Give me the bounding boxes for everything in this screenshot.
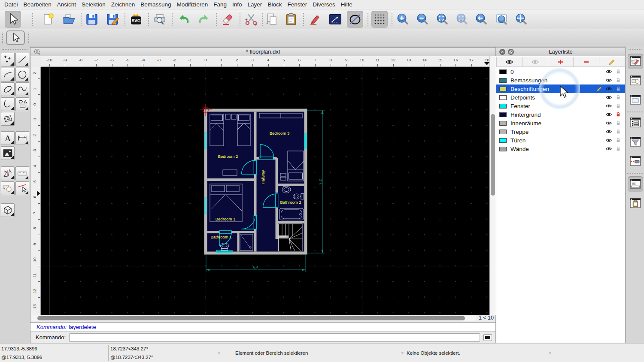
redo-button[interactable] xyxy=(196,11,212,28)
layer-lock-toggle[interactable] xyxy=(615,128,622,135)
menu-item-diverses[interactable]: Diverses xyxy=(313,1,335,8)
horizontal-scrollbar-thumb[interactable] xyxy=(37,316,465,320)
select-arrow-button[interactable] xyxy=(5,11,21,28)
menu-item-zeichnen[interactable]: Zeichnen xyxy=(111,1,135,8)
dock-layer-list-button[interactable] xyxy=(628,54,643,69)
layer-row-bemassungen[interactable]: Bemassungen xyxy=(496,76,625,84)
layer-lock-toggle[interactable] xyxy=(615,77,622,84)
paste-button[interactable] xyxy=(283,11,299,28)
zoom-window-button[interactable] xyxy=(493,11,510,28)
dock-clipboard-button[interactable] xyxy=(628,196,643,211)
undo-button[interactable] xyxy=(176,11,192,28)
draw-pencil-button[interactable] xyxy=(307,11,323,28)
zoom-pan-button[interactable] xyxy=(513,11,529,28)
layer-visibility-toggle[interactable] xyxy=(605,145,612,152)
layer-color-swatch[interactable] xyxy=(499,95,507,100)
hide-all-layers-button[interactable] xyxy=(522,57,548,67)
zoom-out-button[interactable] xyxy=(414,11,431,28)
command-input[interactable] xyxy=(69,333,480,342)
palette-drag-handle[interactable] xyxy=(2,49,27,50)
layer-row-0[interactable]: 0 xyxy=(496,67,625,76)
layer-color-swatch[interactable] xyxy=(499,138,507,143)
layer-visibility-toggle[interactable] xyxy=(605,94,612,101)
insert-image-button[interactable] xyxy=(1,146,15,160)
menu-item-ansicht[interactable]: Ansicht xyxy=(57,1,76,8)
menu-item-bemassung[interactable]: Bemassung xyxy=(140,1,171,8)
copy-button[interactable] xyxy=(264,11,280,28)
menu-item-bearbeiten[interactable]: Bearbeiten xyxy=(24,1,52,8)
layer-color-swatch[interactable] xyxy=(499,69,507,74)
vertical-scrollbar-thumb[interactable] xyxy=(491,114,495,196)
layer-color-swatch[interactable] xyxy=(499,78,507,83)
tool-measure-button[interactable] xyxy=(15,166,29,180)
modify-attributes-button[interactable] xyxy=(15,181,29,195)
menu-item-modifizieren[interactable]: Modifizieren xyxy=(177,1,208,8)
save-as-button[interactable] xyxy=(104,11,121,28)
draw-line-button[interactable] xyxy=(15,53,29,66)
save-button[interactable] xyxy=(84,11,100,28)
drawing-canvas[interactable]: Bedroom 2 Bedroom 3 Hallway Bedroom 1 Ba… xyxy=(41,67,489,315)
horizontal-scrollbar[interactable] xyxy=(31,315,476,321)
layer-row-hintergrund[interactable]: Hintergrund xyxy=(496,110,625,119)
draw-points-button[interactable] xyxy=(1,53,15,66)
menu-item-info[interactable]: Info xyxy=(232,1,242,8)
snap-grid-button[interactable] xyxy=(371,11,388,28)
open-file-button[interactable] xyxy=(61,11,77,28)
toolbar-drag-handle[interactable] xyxy=(28,33,30,43)
layer-row-defpoints[interactable]: Defpoints xyxy=(496,93,625,102)
remove-layer-button[interactable] xyxy=(574,57,599,67)
menu-item-selektion[interactable]: Selektion xyxy=(82,1,106,8)
layer-color-swatch[interactable] xyxy=(499,121,507,126)
layer-lock-toggle[interactable] xyxy=(615,103,622,109)
tool-misc-button[interactable] xyxy=(1,166,15,180)
draw-polyline-button[interactable] xyxy=(1,97,15,111)
layer-visibility-toggle[interactable] xyxy=(605,103,612,109)
menu-item-layer[interactable]: Layer xyxy=(248,1,262,8)
layer-row-türen[interactable]: Türen xyxy=(496,136,625,145)
menu-item-fang[interactable]: Fang xyxy=(213,1,227,8)
zoom-in-button[interactable] xyxy=(395,11,411,28)
layer-row-wände[interactable]: Wände xyxy=(496,145,625,153)
layer-lock-toggle[interactable] xyxy=(615,68,622,75)
ellipse-tool-button[interactable] xyxy=(347,11,363,28)
dock-library-button[interactable] xyxy=(628,92,643,108)
draw-hatch-button[interactable] xyxy=(1,112,15,126)
layer-lock-toggle[interactable] xyxy=(615,120,622,127)
layer-row-treppe[interactable]: Treppe xyxy=(496,127,625,136)
menu-item-block[interactable]: Block xyxy=(267,1,282,8)
menu-item-datei[interactable]: Datei xyxy=(4,1,18,8)
layer-visibility-toggle[interactable] xyxy=(605,77,612,84)
menu-item-hilfe[interactable]: Hilfe xyxy=(341,1,352,8)
layer-color-swatch[interactable] xyxy=(499,112,507,117)
draw-spline-button[interactable] xyxy=(15,82,29,96)
cut-button[interactable] xyxy=(243,11,259,28)
layer-color-swatch[interactable] xyxy=(499,130,507,134)
layer-visibility-toggle[interactable] xyxy=(605,137,612,144)
dock-block-list-button[interactable] xyxy=(628,73,643,88)
select-tool-button[interactable] xyxy=(6,30,25,45)
draw-dimension-button[interactable] xyxy=(15,131,29,145)
layer-row-beschriftungen[interactable]: Beschriftungen xyxy=(496,84,625,93)
svg-export-button[interactable]: SVG xyxy=(128,11,144,28)
layer-lock-toggle[interactable] xyxy=(615,85,622,92)
dock-entity-list-button[interactable] xyxy=(628,115,643,130)
dock-command-line-button[interactable] xyxy=(628,176,643,192)
zoom-previous-button[interactable] xyxy=(454,11,470,28)
menu-item-fenster[interactable]: Fenster xyxy=(287,1,307,8)
zoom-auto-button[interactable] xyxy=(434,11,450,28)
print-preview-button[interactable] xyxy=(152,11,168,28)
layer-visibility-toggle[interactable] xyxy=(605,111,612,118)
edit-layer-icon[interactable] xyxy=(596,85,603,92)
zoom-back-button[interactable] xyxy=(473,11,489,28)
draw-circle-button[interactable] xyxy=(15,68,29,81)
layer-color-swatch[interactable] xyxy=(499,147,507,151)
layer-color-swatch[interactable] xyxy=(499,104,507,109)
dock-pen-palette-button[interactable] xyxy=(628,154,643,169)
draw-shapes-button[interactable] xyxy=(15,97,29,111)
dock-filter-button[interactable] xyxy=(628,134,643,150)
layer-lock-toggle[interactable] xyxy=(615,145,622,152)
add-layer-button[interactable] xyxy=(548,57,574,67)
edit-layer-button[interactable] xyxy=(599,57,625,67)
vertical-scrollbar[interactable] xyxy=(489,56,496,315)
line-tool-button[interactable] xyxy=(327,11,343,28)
